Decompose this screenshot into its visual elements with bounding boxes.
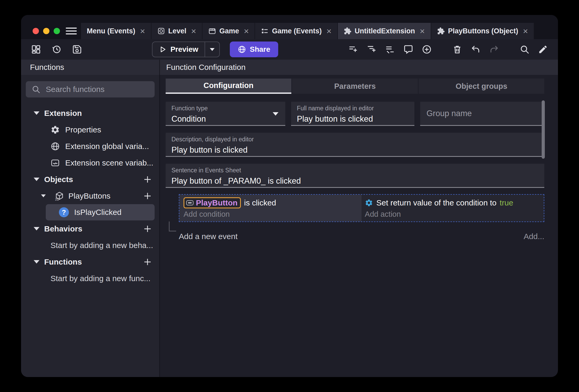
conditions-column: PlayButton is clicked Add condition — [179, 195, 362, 221]
events-list-icon — [261, 27, 269, 35]
tree-item-global-variables[interactable]: Extension global varia... — [21, 138, 159, 154]
add-more-button[interactable]: Add... — [524, 232, 544, 241]
tree-section-extension[interactable]: Extension — [21, 105, 159, 121]
functions-sidebar: Functions Extension Properties — [21, 60, 160, 377]
search-icon[interactable] — [520, 44, 530, 54]
close-icon[interactable]: × — [523, 27, 528, 35]
close-icon[interactable]: × — [244, 27, 249, 35]
search-functions-box[interactable] — [26, 81, 155, 97]
add-event-icon[interactable] — [348, 44, 358, 54]
triangle-down-icon — [34, 260, 39, 264]
maximize-window-button[interactable] — [54, 28, 60, 34]
group-name-input[interactable] — [426, 109, 539, 118]
function-configuration-panel: Function Configuration Configuration Par… — [160, 60, 558, 377]
share-label: Share — [250, 45, 270, 54]
preview-button[interactable]: Preview — [152, 42, 220, 57]
tab-object-groups[interactable]: Object groups — [419, 79, 544, 94]
trash-icon[interactable] — [452, 44, 462, 54]
add-new-event-button[interactable]: Add a new event — [179, 232, 238, 241]
description-field[interactable]: Description, displayed in editor Play bu… — [166, 133, 544, 157]
remove-event-icon[interactable] — [385, 44, 395, 54]
add-subevent-icon[interactable] — [367, 44, 377, 54]
tab-playbuttons-object[interactable]: PlayButtons (Object) × — [431, 23, 534, 39]
function-type-select[interactable]: Function type Condition — [166, 102, 285, 126]
subevent-connector — [169, 221, 176, 231]
tree-item-isplayclicked[interactable]: ? IsPlayClicked — [46, 204, 155, 220]
vertical-scrollbar[interactable] — [542, 100, 545, 159]
tab-parameters[interactable]: Parameters — [292, 79, 418, 94]
tree-item-label: IsPlayClicked — [74, 208, 121, 217]
tree-item-label: Extension scene variab... — [65, 158, 153, 167]
tree-item-properties[interactable]: Properties — [21, 121, 159, 138]
tree-item-playbuttons[interactable]: 2D PlayButtons — [21, 188, 159, 204]
add-object-button[interactable] — [143, 175, 152, 184]
tab-game[interactable]: Game × — [202, 23, 255, 39]
action-instruction[interactable]: Set return value of the condition to tru… — [365, 197, 544, 209]
history-icon[interactable] — [52, 44, 62, 54]
tab-level[interactable]: Level × — [151, 23, 202, 39]
actions-column: Set return value of the condition to tru… — [362, 195, 544, 221]
add-function-button[interactable] — [143, 257, 152, 266]
selected-object-chip[interactable]: PlayButton — [184, 197, 241, 208]
tree-section-objects[interactable]: Objects — [21, 171, 159, 188]
close-icon[interactable]: × — [140, 27, 145, 35]
object-name: PlayButton — [196, 198, 237, 207]
comment-icon[interactable] — [403, 44, 413, 54]
extension-puzzle-icon — [437, 27, 445, 35]
close-icon[interactable]: × — [191, 27, 196, 35]
triangle-down-icon — [41, 194, 46, 197]
close-icon[interactable]: × — [420, 27, 425, 35]
field-value: Condition — [171, 114, 280, 124]
group-name-field[interactable] — [420, 102, 544, 126]
tab-label: UntitledExtension — [355, 27, 415, 35]
add-condition-button[interactable]: Add condition — [184, 209, 362, 219]
field-label: Function type — [171, 105, 280, 112]
share-button[interactable]: Share — [230, 42, 278, 57]
sentence-field[interactable]: Sentence in Events Sheet Play button of … — [166, 164, 544, 188]
field-value: Play button of _PARAM0_ is clicked — [171, 176, 539, 186]
tab-configuration[interactable]: Configuration — [166, 79, 291, 94]
close-window-button[interactable] — [33, 28, 39, 34]
event-row[interactable]: PlayButton is clicked Add condition — [179, 194, 544, 222]
save-icon[interactable] — [72, 44, 82, 54]
field-label: Full name displayed in editor — [297, 105, 409, 112]
svg-text:2D: 2D — [55, 197, 59, 201]
undo-icon[interactable] — [471, 44, 481, 54]
action-value: true — [500, 198, 513, 207]
tree-section-functions[interactable]: Functions — [21, 254, 159, 270]
tab-untitled-extension[interactable]: UntitledExtension × — [338, 23, 431, 39]
tab-bar: Menu (Events) × Level × Game × — [21, 15, 558, 39]
button-object-icon — [186, 200, 194, 206]
minimize-window-button[interactable] — [43, 28, 49, 34]
add-function-to-object-button[interactable] — [143, 192, 152, 200]
gear-icon — [50, 125, 60, 135]
configuration-tabs: Configuration Parameters Object groups — [166, 79, 544, 94]
tab-label: PlayButtons (Object) — [448, 27, 518, 35]
tree-item-label: PlayButtons — [68, 192, 110, 200]
redo-icon[interactable] — [489, 44, 499, 54]
full-name-field[interactable]: Full name displayed in editor Play butto… — [291, 102, 414, 126]
project-manager-icon[interactable] — [31, 44, 41, 54]
edit-pen-icon[interactable] — [538, 44, 548, 54]
field-label: Description, displayed in editor — [171, 136, 539, 143]
main-menu-icon[interactable] — [66, 23, 77, 39]
tab-game-events[interactable]: Game (Events) × — [255, 23, 338, 39]
tree-section-behaviors[interactable]: Behaviors — [21, 220, 159, 237]
scene-icon — [157, 27, 165, 35]
preview-dropdown-button[interactable] — [205, 48, 219, 51]
chevron-down-icon — [210, 48, 215, 51]
extension-puzzle-icon — [344, 27, 352, 35]
section-label: Objects — [44, 175, 73, 184]
condition-instruction[interactable]: PlayButton is clicked — [184, 197, 362, 209]
tab-label: Game — [219, 27, 239, 35]
tab-menu-events[interactable]: Menu (Events) × — [81, 23, 151, 39]
tree-item-scene-variables[interactable]: Extension scene variab... — [21, 154, 159, 171]
tab-label: Game (Events) — [272, 27, 322, 35]
add-action-button[interactable]: Add action — [365, 209, 544, 219]
section-label: Behaviors — [44, 224, 82, 233]
close-icon[interactable]: × — [327, 27, 332, 35]
search-functions-input[interactable] — [45, 85, 149, 94]
tab-label: Level — [168, 27, 186, 35]
add-circle-icon[interactable] — [422, 44, 432, 54]
add-behavior-button[interactable] — [143, 224, 152, 233]
